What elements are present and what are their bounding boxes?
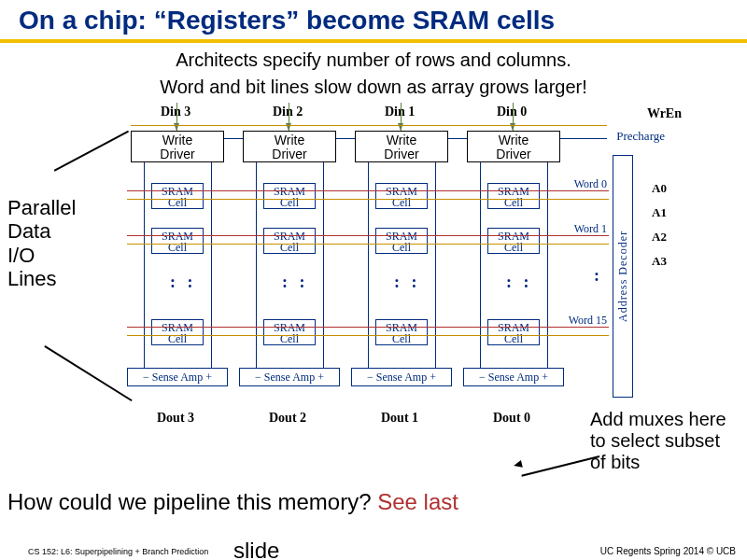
footer-left: CS 152: L6: Superpipelining + Branch Pre…: [28, 547, 208, 556]
subtitle-line-2: Word and bit lines slow down as array gr…: [0, 76, 747, 99]
sram-cell: SRAM Cell: [487, 183, 540, 209]
sram-cell: SRAM Cell: [375, 228, 428, 254]
bitline-2r: [323, 162, 324, 368]
word-line-1: [127, 235, 609, 236]
sram-cell: SRAM Cell: [375, 319, 428, 345]
question-text: How could we pipeline this memory? See l…: [7, 489, 458, 515]
footer-right: UC Regents Spring 2014 © UCB: [600, 546, 736, 556]
sense-amp-3: − Sense Amp +: [127, 368, 228, 386]
word-label-1: Word 1: [574, 222, 607, 236]
sram-cell: SRAM Cell: [151, 183, 204, 209]
sram-diagram: Parallel Data I/O Lines Din 3 Din 2 Din …: [0, 103, 747, 439]
question-red: See last: [377, 489, 458, 514]
word-label-0: Word 0: [574, 177, 607, 191]
a-label-2: A2: [652, 230, 667, 245]
sense-amp-1: − Sense Amp +: [351, 368, 452, 386]
word-line-0: [127, 190, 609, 191]
add-muxes-label: Add muxes here to select subset of bits: [590, 409, 740, 473]
a-label-3: A3: [652, 254, 667, 269]
slide-word: slide: [233, 538, 279, 560]
column-1: Write Driver SRAM Cell SRAM Cell SRAM Ce…: [355, 131, 448, 162]
wren-label: WrEn: [647, 106, 682, 121]
arrow-muxes-head: [513, 460, 523, 469]
sram-cell: SRAM Cell: [263, 183, 316, 209]
dots-decoder: :: [594, 266, 603, 286]
dots: : :: [282, 273, 309, 292]
dout-label-2: Dout 2: [269, 411, 306, 426]
parallel-data-io-label: Parallel Data I/O Lines: [7, 196, 76, 290]
write-driver-3: Write Driver: [131, 131, 224, 162]
dots: : :: [394, 273, 421, 292]
dots: : :: [170, 273, 197, 292]
title-underline: [0, 39, 747, 43]
column-3: Write Driver SRAM Cell SRAM Cell SRAM Ce…: [131, 131, 224, 162]
dots: : :: [506, 273, 533, 292]
sram-cell: SRAM Cell: [263, 228, 316, 254]
column-2: Write Driver SRAM Cell SRAM Cell SRAM Ce…: [243, 131, 336, 162]
diagram-canvas: Din 3 Din 2 Din 1 Din 0 WrEn Precharge W…: [121, 103, 644, 439]
bitline-3r: [211, 162, 212, 368]
a-label-1: A1: [652, 205, 667, 220]
word-line-0b: [127, 199, 609, 200]
dout-label-0: Dout 0: [493, 411, 530, 426]
sram-cell: SRAM Cell: [151, 319, 204, 345]
precharge-label: Precharge: [616, 129, 665, 144]
word-label-15: Word 15: [569, 314, 607, 328]
word-line-15: [127, 327, 609, 328]
write-driver-0: Write Driver: [467, 131, 560, 162]
sram-cell: SRAM Cell: [151, 228, 204, 254]
word-line-1b: [127, 244, 609, 245]
a-label-0: A0: [652, 181, 667, 196]
bitline-0l: [480, 162, 481, 368]
bitline-1l: [368, 162, 369, 368]
column-0: Write Driver SRAM Cell SRAM Cell SRAM Ce…: [467, 131, 560, 162]
write-driver-2: Write Driver: [243, 131, 336, 162]
bitline-3l: [144, 162, 145, 368]
write-driver-1: Write Driver: [355, 131, 448, 162]
slide-title: On a chip: “Registers” become SRAM cells: [0, 0, 747, 39]
sense-amp-2: − Sense Amp +: [239, 368, 340, 386]
subtitle-line-1: Architects specify number of rows and co…: [0, 49, 747, 72]
question-black: How could we pipeline this memory?: [7, 489, 377, 514]
sram-cell: SRAM Cell: [487, 228, 540, 254]
sram-cell: SRAM Cell: [263, 319, 316, 345]
address-decoder: Address Decoder: [613, 155, 633, 398]
sram-cell: SRAM Cell: [375, 183, 428, 209]
bitline-1r: [435, 162, 436, 368]
dout-label-3: Dout 3: [157, 411, 194, 426]
arrow-lower: [45, 345, 133, 401]
word-line-15b: [127, 335, 609, 336]
bitline-0r: [547, 162, 548, 368]
sense-amp-0: − Sense Amp +: [463, 368, 564, 386]
sram-cell: SRAM Cell: [487, 319, 540, 345]
dout-label-1: Dout 1: [381, 411, 418, 426]
arrow-upper: [54, 131, 129, 172]
wren-line: [131, 125, 607, 126]
arrow-muxes: [521, 455, 599, 476]
bitline-2l: [256, 162, 257, 368]
